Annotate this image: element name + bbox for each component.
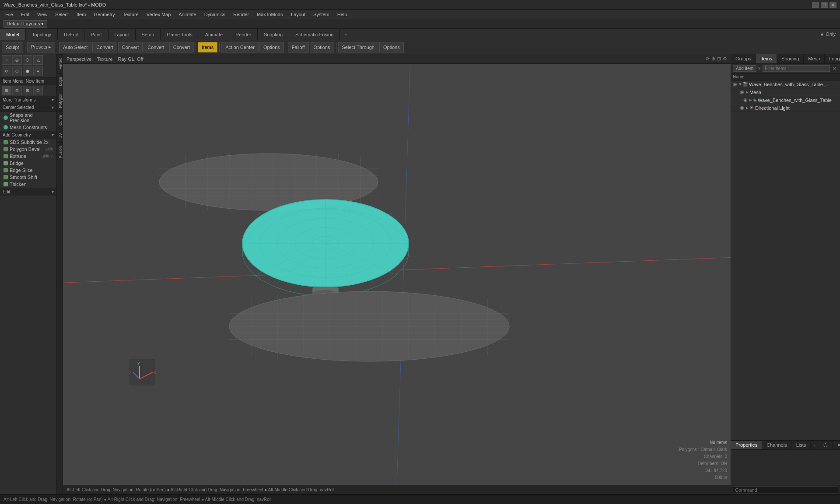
filter-close-button[interactable]: ✕ [831, 66, 838, 71]
shader-label[interactable]: Texture [97, 56, 112, 62]
falloff-button[interactable]: Falloff [288, 42, 309, 52]
menu-system[interactable]: System [310, 11, 333, 18]
eye-icon-mesh[interactable] [743, 97, 748, 103]
filter-items-input[interactable] [763, 65, 830, 72]
convert-button2[interactable]: Convert [118, 42, 143, 52]
tab-topology[interactable]: Topology [26, 29, 58, 40]
vp-icon3[interactable]: ⊞ [717, 56, 721, 62]
tab-scripting[interactable]: Scripting [258, 29, 289, 40]
tab-gametools[interactable]: Game Tools [161, 29, 199, 40]
rpb-tab-lists[interactable]: Lists [792, 441, 811, 449]
vtab-curve[interactable]: Curve [57, 111, 63, 129]
vtab-uv[interactable]: UV [57, 129, 63, 142]
xform-btn1[interactable]: ⊞ [2, 86, 11, 95]
vp-icon2[interactable]: ⊕ [711, 56, 715, 62]
select-material-btn[interactable]: △ [33, 55, 43, 65]
tool-rotate-btn[interactable]: ↺ [2, 66, 11, 76]
eye-icon-light[interactable] [740, 105, 744, 111]
tab-model[interactable]: Model [0, 29, 26, 40]
snaps-precision-item[interactable]: Snaps and Precision [0, 112, 56, 124]
tool-text-btn[interactable]: A [33, 66, 43, 76]
convert-button1[interactable]: Convert [92, 42, 117, 52]
bridge-item[interactable]: Bridge [0, 160, 56, 167]
tool-scale-btn[interactable]: ⬟ [23, 66, 32, 76]
eye-icon-mesh-group[interactable] [740, 89, 744, 95]
select-vertex-btn[interactable]: ○ [2, 55, 11, 65]
tree-item-scene[interactable]: ▾ 🎬 Wave_Benches_with_Glass_Table_... [731, 80, 840, 88]
rpb-expand[interactable]: ⬡ [819, 441, 833, 449]
tree-item-mesh[interactable]: ▸ ◈ Wave_Benches_with_Glass_Table [731, 96, 840, 104]
menu-geometry[interactable]: Geometry [90, 11, 118, 18]
rp-tab-mesh[interactable]: Mesh [804, 54, 825, 63]
menu-texture[interactable]: Texture [119, 11, 142, 18]
tree-item-mesh-group[interactable]: ▸ Mesh [731, 88, 840, 96]
sculpt-button[interactable]: Sculpt [2, 42, 23, 52]
mesh-constraints-item[interactable]: Mesh Constraints [0, 124, 56, 131]
center-selected-label[interactable]: Center Selected ▾ [0, 104, 56, 111]
tab-schematic[interactable]: Schematic Fusion [289, 29, 340, 40]
maximize-button[interactable]: □ [821, 2, 828, 8]
items-button[interactable]: Items [198, 42, 217, 52]
rp-tab-shading[interactable]: Shading [777, 54, 804, 63]
options1-button[interactable]: Options [259, 42, 284, 52]
add-tab-button[interactable]: + [342, 32, 350, 37]
auto-select-button[interactable]: Auto Select [59, 42, 91, 52]
edit-label[interactable]: Edit ▾ [0, 188, 56, 196]
options3-button[interactable]: Options [379, 42, 404, 52]
rpb-tab-properties[interactable]: Properties [731, 441, 762, 449]
menu-edit[interactable]: Edit [18, 11, 33, 18]
vtab-vertex[interactable]: Vertex [57, 54, 63, 73]
vp-icon4[interactable]: ⚙ [723, 56, 727, 62]
presets-button[interactable]: Presets ▸ [27, 42, 55, 52]
smooth-shift-item[interactable]: Smooth Shift [0, 174, 56, 181]
tool-move-btn[interactable]: ⬡ [12, 66, 22, 76]
rpb-close[interactable]: ✕ [833, 441, 840, 449]
menu-layout[interactable]: Layout [287, 11, 309, 18]
edge-slice-item[interactable]: Edge Slice [0, 167, 56, 174]
select-through-button[interactable]: Select Through [338, 42, 378, 52]
star-only[interactable]: ★ Only [816, 32, 840, 37]
sds-subdivide-item[interactable]: SDS Subdivide 2x [0, 139, 56, 146]
viewport[interactable]: Perspective Texture Ray GL: Off ⟳ ⊕ ⊞ ⚙ [63, 54, 731, 494]
command-input[interactable] [733, 486, 838, 494]
select-poly-btn[interactable]: ⬡ [23, 55, 32, 65]
tab-setup[interactable]: Setup [136, 29, 161, 40]
menu-maxtomodo[interactable]: MaxToModo [253, 11, 287, 18]
xform-btn4[interactable]: ⊡ [33, 86, 43, 95]
menu-view[interactable]: View [34, 11, 51, 18]
raygl-label[interactable]: Ray GL: Off [118, 56, 144, 62]
rpb-tab-channels[interactable]: Channels [762, 441, 791, 449]
tab-layout[interactable]: Layout [108, 29, 136, 40]
tab-render[interactable]: Render [229, 29, 258, 40]
vtab-polygon[interactable]: Polygon [57, 90, 63, 112]
convert-button3[interactable]: Convert [144, 42, 168, 52]
menu-file[interactable]: File [2, 11, 17, 18]
convert-button4[interactable]: Convert [169, 42, 194, 52]
menu-vertexmap[interactable]: Vertex Map [143, 11, 175, 18]
tree-item-light[interactable]: ▸ ☀ Directional Light [731, 104, 840, 112]
rpb-add-btn[interactable]: + [811, 441, 819, 449]
add-geometry-label[interactable]: Add Geometry ▾ [0, 131, 56, 139]
camera-label[interactable]: Perspective [66, 56, 91, 62]
rp-tab-images[interactable]: Images [825, 54, 840, 63]
menu-dynamics[interactable]: Dynamics [201, 11, 229, 18]
polygon-bevel-item[interactable]: Polygon Bevel Shift [0, 146, 56, 153]
menu-help[interactable]: Help [334, 11, 351, 18]
select-edge-btn[interactable]: ◎ [12, 55, 22, 65]
3d-scene[interactable]: X Y Z No Items Polygons : Catmull-Clark … [63, 64, 731, 485]
vp-icon1[interactable]: ⟳ [706, 56, 710, 62]
options2-button[interactable]: Options [310, 42, 334, 52]
vtab-edge[interactable]: Edge [57, 73, 63, 90]
action-center-button[interactable]: Action Center [221, 42, 259, 52]
menu-animate[interactable]: Animate [175, 11, 200, 18]
add-item-button[interactable]: Add Item [733, 65, 756, 72]
tab-uvedit[interactable]: UvEdit [58, 29, 84, 40]
layout-selector[interactable]: Default Layouts ▾ [4, 20, 47, 28]
item-menu-label[interactable]: Item Menu: New Item [0, 77, 56, 85]
menu-render[interactable]: Render [230, 11, 252, 18]
vtab-fusion[interactable]: Fusion [57, 142, 63, 161]
tab-paint[interactable]: Paint [84, 29, 108, 40]
rp-tab-items[interactable]: Items [756, 54, 777, 63]
eye-icon-scene[interactable] [733, 81, 737, 87]
extrude-item[interactable]: Extrude Shift V [0, 153, 56, 160]
